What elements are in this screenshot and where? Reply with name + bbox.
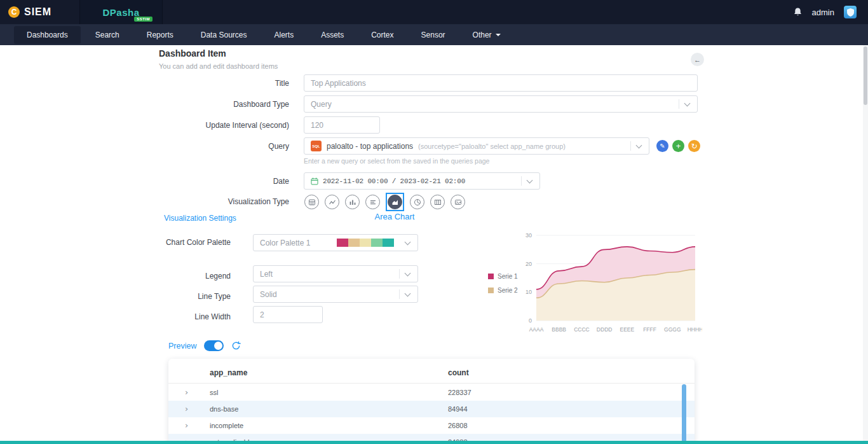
line-width-input[interactable] — [253, 306, 323, 323]
legend-select[interactable]: Left — [253, 265, 418, 282]
nav-item-cortex[interactable]: Cortex — [358, 26, 406, 44]
svg-text:10: 10 — [526, 289, 532, 295]
chart-color-palette-select[interactable]: Color Palette 1 — [253, 234, 418, 251]
legend-swatch-serie2 — [488, 288, 494, 293]
cell-app-name: dns-base — [210, 405, 238, 413]
viz-type-line-chart-icon[interactable] — [325, 195, 339, 209]
query-label: Query — [162, 142, 289, 151]
page-scrollbar-thumb[interactable] — [864, 46, 867, 105]
table-row[interactable]: › ssl 228337 — [168, 384, 695, 401]
table-header: app_name count — [168, 359, 695, 384]
legend-value: Left — [260, 270, 273, 279]
table-row[interactable]: › dns-base 84944 — [168, 401, 695, 417]
date-range-picker[interactable]: 2022-11-02 00:00 / 2023-02-21 02:00 — [304, 172, 540, 190]
dashboard-type-select[interactable]: Query — [304, 95, 698, 113]
cell-app-name: ssl — [210, 389, 218, 396]
svg-text:EEEE: EEEE — [620, 326, 635, 333]
line-type-label: Line Type — [161, 290, 231, 303]
pencil-icon: ✎ — [660, 142, 665, 149]
query-select[interactable]: SQL paloalto - top applications (sourcet… — [304, 137, 649, 155]
line-type-value: Solid — [260, 290, 277, 299]
brand-badge: SSTIM — [134, 17, 153, 22]
query-helper-text: Enter a new query or select from the sav… — [304, 157, 489, 165]
line-type-select[interactable]: Solid — [253, 286, 418, 303]
viz-type-bar-chart-icon[interactable] — [345, 195, 360, 209]
legend-item-serie2: Serie 2 — [488, 287, 518, 294]
nav-item-search[interactable]: Search — [83, 26, 132, 44]
user-name[interactable]: admin — [812, 8, 834, 17]
page-subtitle: You can add and edit dashboard items — [159, 62, 278, 70]
table-scrollbar-thumb[interactable] — [682, 384, 686, 443]
legend-swatch-serie1 — [488, 274, 494, 279]
preview-table: app_name count › ssl 228337 › dns-base 8… — [168, 359, 695, 444]
preview-label: Preview — [168, 342, 196, 350]
expand-chevron-icon[interactable]: › — [185, 387, 188, 397]
query-detail: (sourcetype="paloalto" select app_name g… — [418, 142, 566, 150]
query-name: paloalto - top applications — [327, 142, 413, 151]
siem-logo: C SIEM — [0, 0, 80, 24]
viz-type-map-icon[interactable] — [430, 195, 445, 209]
page-scrollbar[interactable] — [863, 45, 868, 444]
viz-type-pie-chart-icon[interactable] — [410, 195, 424, 209]
nav-item-data-sources[interactable]: Data Sources — [188, 26, 260, 44]
visualization-type-row — [304, 193, 465, 211]
date-range-value: 2022-11-02 00:00 / 2023-02-21 02:00 — [323, 177, 465, 185]
visualization-settings-link[interactable]: Visualization Settings — [164, 214, 236, 223]
edit-query-button[interactable]: ✎ — [656, 140, 668, 152]
calendar-icon — [311, 177, 318, 185]
table-row[interactable]: › incomplete 26808 — [168, 417, 695, 434]
nav-item-reports[interactable]: Reports — [134, 26, 186, 44]
chevron-down-icon — [405, 270, 411, 276]
plus-icon: + — [676, 141, 681, 151]
nav-item-sensor[interactable]: Sensor — [409, 26, 458, 44]
palette-swatch — [371, 239, 383, 247]
nav-item-assets[interactable]: Assets — [308, 26, 356, 44]
chevron-down-icon — [405, 239, 411, 245]
date-label: Date — [162, 177, 289, 186]
topbar: C SIEM DPasha SSTIM admin — [0, 0, 868, 24]
update-interval-input[interactable] — [304, 116, 380, 134]
main-nav: Dashboards Search Reports Data Sources A… — [0, 24, 868, 45]
viz-type-list-icon[interactable] — [365, 195, 380, 209]
nav-item-alerts[interactable]: Alerts — [261, 26, 306, 44]
refresh-query-button[interactable]: ↻ — [688, 140, 700, 152]
siem-logo-text: SIEM — [24, 6, 51, 18]
svg-text:BBBB: BBBB — [552, 326, 566, 333]
refresh-preview-button[interactable] — [231, 341, 241, 350]
user-shield-icon[interactable] — [844, 6, 857, 18]
cell-count: 228337 — [448, 389, 471, 396]
viz-type-image-icon[interactable] — [451, 195, 465, 209]
brand-text: DPasha — [102, 7, 139, 18]
back-button[interactable]: ← — [691, 53, 704, 66]
title-input[interactable] — [304, 74, 698, 92]
svg-text:DDDD: DDDD — [597, 326, 613, 333]
nav-item-dashboards[interactable]: Dashboards — [14, 26, 81, 44]
chevron-down-icon — [636, 142, 642, 148]
bell-icon[interactable] — [793, 7, 803, 17]
line-width-label: Line Width — [161, 310, 231, 323]
chart-legend: Serie 1 Serie 2 — [488, 273, 518, 294]
title-label: Title — [162, 79, 289, 88]
preview-area-chart: 0102030AAAABBBBCCCCDDDDEEEEFFFFGGGGHHHH — [515, 228, 702, 337]
viz-type-area-chart-selected[interactable] — [386, 193, 404, 211]
update-interval-label: Update Interval (second) — [162, 121, 289, 130]
svg-text:CCCC: CCCC — [574, 326, 590, 333]
preview-controls: Preview — [168, 340, 241, 351]
palette-swatch — [383, 239, 394, 247]
nav-item-other[interactable]: Other — [460, 26, 513, 44]
svg-text:GGGG: GGGG — [664, 326, 681, 333]
expand-chevron-icon[interactable]: › — [185, 420, 188, 430]
sync-icon — [231, 341, 241, 350]
preview-toggle[interactable] — [204, 340, 224, 351]
expand-chevron-icon[interactable]: › — [185, 404, 188, 413]
palette-swatch — [348, 239, 360, 247]
dashboard-type-label: Dashboard Type — [162, 100, 289, 109]
footer-accent-bar — [0, 441, 868, 444]
table-scrollbar[interactable] — [682, 384, 686, 444]
add-query-button[interactable]: + — [672, 140, 684, 152]
refresh-icon: ↻ — [691, 142, 697, 151]
visualization-type-label: Visualization Type — [162, 197, 289, 206]
viz-type-table-icon[interactable] — [304, 195, 319, 209]
sql-icon: SQL — [311, 141, 322, 151]
chart-color-palette-label: Chart Color Palette — [161, 236, 231, 249]
